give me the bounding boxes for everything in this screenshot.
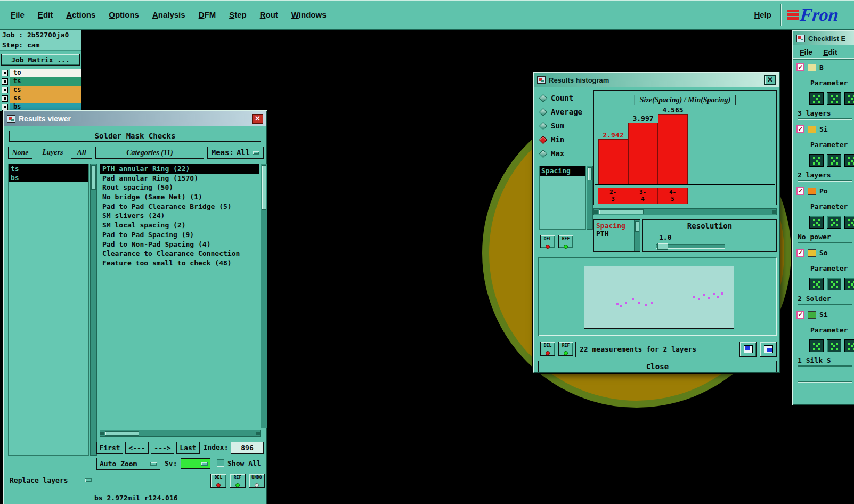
category-item[interactable]: Pad to Non-Pad Spacing (4) [100, 240, 259, 249]
category-item[interactable]: Rout spacing (50) [100, 183, 259, 192]
sub-list-pth[interactable]: PTH [594, 230, 640, 238]
summary-field[interactable] [798, 371, 852, 382]
stat-radio-count[interactable]: Count [540, 93, 582, 103]
checkbox-checked-icon[interactable]: ✓ [796, 187, 804, 195]
action-icon-button[interactable] [844, 216, 854, 229]
close-icon[interactable] [764, 75, 776, 85]
summary-field[interactable]: 1 Silk S [798, 356, 852, 367]
last-button[interactable]: Last [176, 442, 200, 454]
del-button[interactable]: DEL [540, 342, 555, 356]
action-icon-button[interactable] [809, 92, 824, 105]
show-all-checkbox[interactable] [217, 459, 224, 467]
previous-button[interactable]: <--- [125, 442, 149, 454]
menu-actions[interactable]: Actions [66, 10, 95, 19]
filter-layers-button[interactable]: Layers [35, 147, 71, 159]
checklist-titlebar[interactable]: Checklist E [793, 31, 854, 45]
sub-list-spacing[interactable]: Spacing [594, 220, 640, 230]
sv-color-dropdown[interactable] [181, 458, 210, 469]
meas-dropdown[interactable]: Meas: All [207, 147, 264, 159]
summary-field[interactable]: 2 layers [798, 170, 852, 181]
action-icon-button[interactable] [844, 278, 854, 290]
menu-dfm[interactable]: DFM [199, 10, 216, 19]
scrollbar-thumb[interactable] [588, 167, 592, 180]
next-button[interactable]: ---> [151, 442, 174, 454]
action-icon-button[interactable] [827, 216, 841, 229]
layer-checkbox-icon[interactable] [2, 87, 8, 93]
preview-viewport[interactable] [584, 266, 734, 329]
layer-checkbox-icon[interactable] [2, 78, 8, 85]
close-icon[interactable] [252, 114, 263, 124]
ref-button[interactable]: REF [230, 474, 246, 488]
stat-radio-max[interactable]: Max [540, 149, 582, 158]
category-item[interactable]: SM local spacing (2) [100, 221, 259, 230]
layer-checkbox-icon[interactable] [2, 70, 8, 76]
stat-radio-min[interactable]: Min [540, 135, 582, 144]
checkbox-checked-icon[interactable]: ✓ [796, 249, 804, 257]
job-layer-row[interactable]: cs [0, 86, 81, 94]
measure-list-scrollbar[interactable] [587, 166, 593, 230]
parameter-label[interactable]: Parameter [810, 79, 848, 87]
category-item[interactable]: Pad to Pad Spacing (9) [100, 230, 259, 240]
ref-button[interactable]: REF [558, 235, 573, 248]
checkbox-checked-icon[interactable]: ✓ [796, 311, 804, 319]
job-matrix-button[interactable]: Job Matrix ... [1, 54, 80, 66]
slider-thumb[interactable] [657, 243, 668, 250]
sub-list-scrollbar[interactable] [634, 220, 640, 251]
replace-layers-dropdown[interactable]: Replace layers [6, 474, 95, 486]
summary-field[interactable]: 2 Solder [798, 294, 852, 305]
category-list-hscrollbar[interactable] [100, 430, 261, 437]
category-item[interactable]: Feature too small to check (48) [100, 258, 259, 268]
category-item[interactable]: SM slivers (24) [100, 211, 259, 221]
first-button[interactable]: First [96, 442, 123, 454]
menu-file[interactable]: File [11, 10, 25, 19]
index-field[interactable]: 896 [231, 442, 264, 454]
checkbox-checked-icon[interactable]: ✓ [796, 63, 804, 71]
layer-list-item[interactable]: bs [9, 173, 88, 182]
action-icon-button[interactable] [827, 339, 841, 352]
parameter-label[interactable]: Parameter [810, 141, 848, 149]
menu-analysis[interactable]: Analysis [152, 10, 185, 19]
stat-radio-sum[interactable]: Sum [540, 121, 582, 131]
measure-list-item[interactable]: Spacing [540, 166, 585, 176]
layer-checkbox-icon[interactable] [2, 104, 8, 110]
action-icon-button[interactable] [809, 339, 824, 352]
layer-list-item[interactable]: ts [9, 164, 88, 173]
scrollbar-thumb[interactable] [599, 209, 644, 214]
menu-edit[interactable]: Edit [38, 10, 53, 19]
action-icon-button[interactable] [809, 278, 824, 290]
parameter-label[interactable]: Parameter [810, 202, 848, 210]
layer-select-list[interactable]: tsbs [8, 164, 89, 456]
action-icon-button[interactable] [827, 92, 841, 105]
scrollbar-thumb[interactable] [105, 431, 139, 436]
menu-step[interactable]: Step [229, 10, 247, 19]
action-icon-button[interactable] [827, 278, 841, 290]
pan-to-measurement-button[interactable] [760, 342, 777, 357]
job-layer-row[interactable]: to [0, 69, 81, 77]
measure-type-list[interactable]: Spacing [539, 166, 586, 230]
menu-rout[interactable]: Rout [260, 10, 278, 19]
del-button[interactable]: DEL [540, 235, 555, 248]
layer-checkbox-icon[interactable] [2, 95, 8, 102]
parameter-label[interactable]: Parameter [810, 264, 848, 272]
action-icon-button[interactable] [809, 216, 824, 229]
category-item[interactable]: PTH annular Ring (22) [100, 164, 259, 174]
zoom-to-measurement-button[interactable] [739, 342, 757, 357]
results-viewer-titlebar[interactable]: Results viewer [4, 111, 266, 126]
category-item[interactable]: Pad annular Ring (1570) [100, 174, 259, 183]
stat-radio-average[interactable]: Average [540, 107, 582, 117]
layer-list-scrollbar[interactable] [90, 164, 97, 456]
category-list-scrollbar[interactable] [261, 164, 267, 428]
category-item[interactable]: No bridge (Same Net) (1) [100, 192, 259, 202]
auto-zoom-dropdown[interactable]: Auto Zoom [96, 458, 160, 470]
chart-hscrollbar[interactable] [593, 208, 777, 215]
category-list[interactable]: PTH annular Ring (22)Pad annular Ring (1… [100, 164, 259, 428]
job-layer-row[interactable]: ts [0, 77, 81, 86]
filter-all-button[interactable]: All [71, 147, 92, 159]
action-icon-button[interactable] [844, 92, 854, 105]
menu-options[interactable]: Options [109, 10, 139, 19]
measure-sub-list[interactable]: Spacing PTH [593, 219, 640, 252]
checklist-menu-edit[interactable]: Edit [823, 48, 837, 56]
action-icon-button[interactable] [809, 154, 824, 167]
category-item[interactable]: Pad to Pad Clearance Bridge (5) [100, 202, 259, 212]
resolution-slider[interactable] [656, 244, 725, 249]
